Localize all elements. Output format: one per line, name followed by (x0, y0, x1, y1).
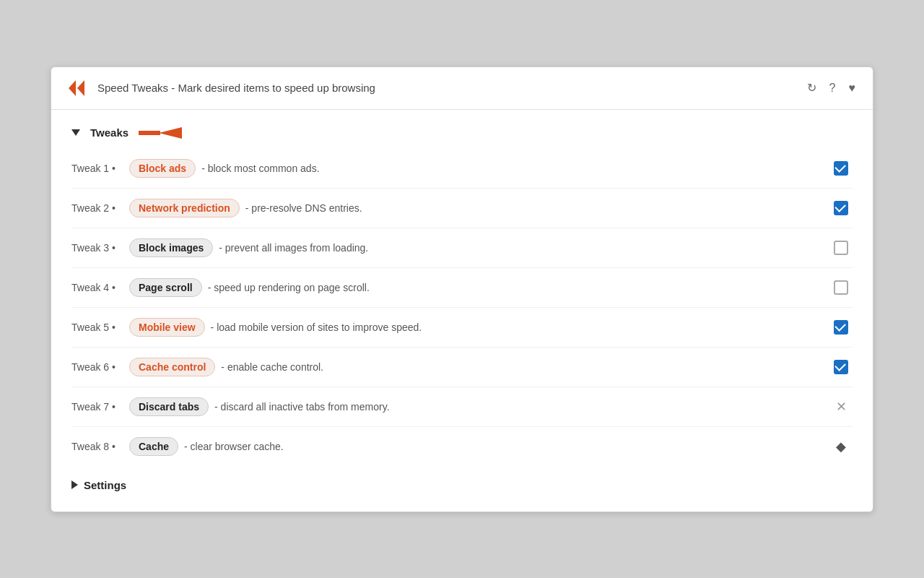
tweak-name-cache-control[interactable]: Cache control (129, 358, 215, 376)
tweak-checkbox-3[interactable] (829, 241, 853, 255)
checkbox-checked-icon[interactable] (834, 161, 848, 176)
tweak-number: Tweak 6 • (71, 361, 129, 373)
tweak-row: Tweak 4 • Page scroll - speed up renderi… (71, 268, 853, 308)
svg-marker-0 (69, 80, 76, 96)
tweak-number: Tweak 4 • (71, 282, 129, 293)
tweak-desc: - pre-resolve DNS entries. (245, 202, 829, 214)
tweaks-section-title: Tweaks (90, 126, 128, 139)
checkbox-unchecked-icon[interactable] (834, 280, 848, 295)
tweak-name-block-images[interactable]: Block images (129, 238, 213, 257)
svg-marker-2 (159, 127, 182, 139)
tweak-name-discard-tabs[interactable]: Discard tabs (129, 397, 209, 416)
checkbox-checked-icon[interactable] (834, 201, 848, 215)
tweak-name-page-scroll[interactable]: Page scroll (129, 278, 202, 297)
header-actions: ↻ ? ♥ (807, 81, 855, 95)
body: Tweaks Tweak 1 • Block ads - block most … (51, 110, 873, 512)
tweak-desc: - prevent all images from loading. (219, 242, 829, 254)
svg-rect-3 (139, 131, 160, 135)
refresh-button[interactable]: ↻ (807, 81, 816, 95)
tweak-desc: - enable cache control. (221, 361, 829, 373)
svg-marker-1 (77, 80, 84, 96)
tweak-number: Tweak 7 • (71, 401, 129, 413)
tweak-checkbox-4[interactable] (829, 280, 853, 295)
tweak-desc: - discard all inactive tabs from memory. (214, 401, 829, 413)
tweak-row: Tweak 8 • Cache - clear browser cache. ◆ (71, 427, 853, 466)
header: Speed Tweaks - Mark desired items to spe… (51, 67, 873, 110)
tweak-desc: - block most common ads. (201, 163, 829, 174)
checkbox-unchecked-icon[interactable] (834, 241, 848, 255)
x-icon[interactable]: ✕ (836, 399, 847, 415)
tweak-checkbox-2[interactable] (829, 201, 853, 215)
tweaks-section-header[interactable]: Tweaks (71, 124, 853, 142)
tweak-number: Tweak 3 • (71, 242, 129, 254)
tweak-row: Tweak 7 • Discard tabs - discard all ina… (71, 387, 853, 427)
tweak-control-7[interactable]: ✕ (829, 399, 853, 415)
header-left: Speed Tweaks - Mark desired items to spe… (69, 80, 375, 96)
tweak-name-block-ads[interactable]: Block ads (129, 159, 196, 178)
tweak-number: Tweak 8 • (71, 441, 129, 452)
tweaks-collapse-icon (71, 129, 80, 136)
tweak-row: Tweak 1 • Block ads - block most common … (71, 149, 853, 189)
settings-section-title: Settings (84, 479, 126, 491)
tweak-checkbox-5[interactable] (829, 320, 853, 335)
tweak-desc: - clear browser cache. (184, 441, 829, 452)
tweak-row: Tweak 5 • Mobile view - load mobile vers… (71, 308, 853, 348)
tweak-desc: - speed up rendering on page scroll. (208, 282, 829, 293)
favorite-button[interactable]: ♥ (849, 82, 856, 95)
tweak-name-network-prediction[interactable]: Network prediction (129, 199, 240, 217)
tweak-number: Tweak 5 • (71, 322, 129, 333)
tweak-checkbox-1[interactable] (829, 161, 853, 176)
tweak-desc: - load mobile version of sites to improv… (211, 322, 829, 333)
settings-expand-icon (71, 480, 78, 489)
diamond-icon[interactable]: ◆ (836, 439, 846, 454)
tweak-control-8[interactable]: ◆ (829, 439, 853, 454)
header-title: Speed Tweaks - Mark desired items to spe… (97, 82, 375, 94)
tweak-name-mobile-view[interactable]: Mobile view (129, 318, 205, 337)
tweak-checkbox-6[interactable] (829, 360, 853, 374)
logo-icon (69, 80, 89, 96)
red-arrow-icon (139, 124, 182, 142)
checkbox-checked-icon[interactable] (834, 320, 848, 335)
main-panel: Speed Tweaks - Mark desired items to spe… (51, 66, 873, 512)
tweak-row: Tweak 6 • Cache control - enable cache c… (71, 348, 853, 387)
tweaks-list: Tweak 1 • Block ads - block most common … (71, 149, 853, 466)
tweak-name-cache[interactable]: Cache (129, 437, 178, 456)
help-button[interactable]: ? (829, 82, 836, 95)
tweak-row: Tweak 2 • Network prediction - pre-resol… (71, 189, 853, 228)
tweak-row: Tweak 3 • Block images - prevent all ima… (71, 228, 853, 268)
checkbox-checked-icon[interactable] (834, 360, 848, 374)
tweak-number: Tweak 1 • (71, 163, 129, 174)
tweak-number: Tweak 2 • (71, 202, 129, 214)
settings-section-header[interactable]: Settings (71, 479, 853, 491)
